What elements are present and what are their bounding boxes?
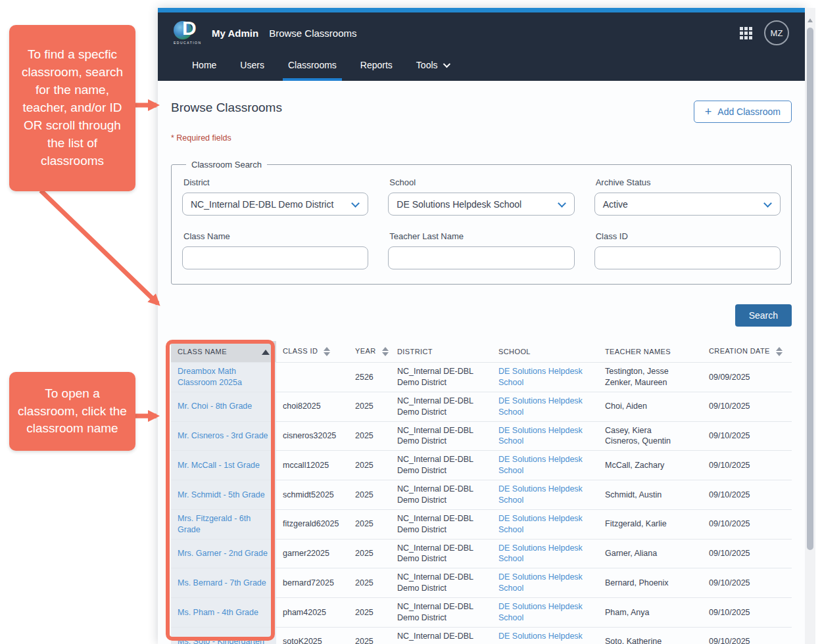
table-row: Mr. Schmidt - 5th Gradeschmidt520252025N… bbox=[171, 480, 792, 510]
school-link[interactable]: DE Solutions Helpdesk School bbox=[498, 367, 583, 387]
cell-teacher-names: Casey, KieraCisneros, Quentin bbox=[598, 421, 702, 451]
school-link[interactable]: DE Solutions Helpdesk School bbox=[498, 396, 583, 417]
teacher-name: Choi, Aiden bbox=[605, 401, 696, 412]
sort-icon[interactable] bbox=[776, 347, 783, 356]
search-button[interactable]: Search bbox=[735, 304, 792, 327]
cell-district: NC_Internal DE-DBL Demo District bbox=[391, 392, 492, 421]
cell-class-id: mccall12025 bbox=[276, 451, 349, 480]
cell-district: NC_Internal DE-DBL Demo District bbox=[391, 568, 492, 598]
table-body: Dreambox Math Classroom 2025a2526NC_Inte… bbox=[171, 363, 792, 644]
column-header-class-id[interactable]: CLASS ID bbox=[276, 341, 349, 363]
cell-school: DE Solutions Helpdesk School bbox=[492, 627, 598, 644]
school-link[interactable]: DE Solutions Helpdesk School bbox=[498, 572, 583, 593]
field-class-name: Class Name bbox=[182, 226, 368, 269]
apps-grid-icon[interactable] bbox=[740, 27, 752, 39]
sort-icon[interactable] bbox=[324, 347, 330, 356]
district-select[interactable]: NC_Internal DE-DBL Demo District bbox=[182, 193, 368, 216]
teacher-last-name-input[interactable] bbox=[388, 246, 574, 269]
chevron-down-icon bbox=[763, 199, 772, 208]
nav-tab-home[interactable]: Home bbox=[183, 53, 226, 81]
annotation-callout-search: To find a specfic classroom, search for … bbox=[9, 25, 135, 191]
column-label: DISTRICT bbox=[397, 348, 433, 356]
field-district: DistrictNC_Internal DE-DBL Demo District bbox=[182, 172, 368, 216]
cell-creation-date: 09/10/2025 bbox=[702, 598, 792, 628]
school-link[interactable]: DE Solutions Helpdesk School bbox=[498, 602, 583, 622]
user-avatar[interactable]: MZ bbox=[764, 20, 789, 45]
school-link[interactable]: DE Solutions Helpdesk School bbox=[498, 426, 583, 446]
select-value: Active bbox=[603, 199, 628, 210]
select-value: NC_Internal DE-DBL Demo District bbox=[191, 199, 333, 210]
nav-tab-users[interactable]: Users bbox=[231, 53, 274, 81]
chevron-down-icon bbox=[558, 199, 566, 208]
cell-teacher-names: Garner, Aliana bbox=[598, 539, 702, 568]
cell-class-name: Dreambox Math Classroom 2025a bbox=[171, 363, 276, 392]
school-link[interactable]: DE Solutions Helpdesk School bbox=[498, 543, 583, 564]
class-name-link[interactable]: Mr. Choi - 8th Grade bbox=[178, 402, 252, 411]
classroom-search-legend: Classroom Search bbox=[186, 160, 267, 170]
annotation-callout-open: To open a classroom, click the classroom… bbox=[9, 372, 135, 451]
class-name-link[interactable]: Ms. Bernard - 7th Grade bbox=[178, 578, 266, 587]
cell-school: DE Solutions Helpdesk School bbox=[492, 421, 598, 451]
school-select[interactable]: DE Solutions Helpdesk School bbox=[388, 193, 574, 216]
search-fields-grid: DistrictNC_Internal DE-DBL Demo District… bbox=[182, 172, 781, 269]
column-header-class-name[interactable]: CLASS NAME bbox=[171, 341, 276, 363]
nav-tab-reports[interactable]: Reports bbox=[351, 53, 402, 81]
cell-creation-date: 09/10/2025 bbox=[702, 568, 792, 598]
archive-status-select[interactable]: Active bbox=[594, 193, 781, 216]
cell-teacher-names: Pham, Anya bbox=[598, 598, 702, 628]
logo-d-letter: D bbox=[182, 17, 197, 39]
cell-class-name: Ms. Pham - 4th Grade bbox=[171, 598, 276, 628]
teacher-name: Cisneros, Quentin bbox=[605, 436, 696, 447]
column-label: CLASS ID bbox=[283, 347, 318, 355]
school-link[interactable]: DE Solutions Helpdesk School bbox=[498, 632, 583, 644]
class-name-link[interactable]: Ms. Pham - 4th Grade bbox=[178, 608, 258, 617]
discovery-education-logo[interactable]: D EDUCATION bbox=[174, 20, 203, 49]
cell-year: 2025 bbox=[349, 392, 391, 421]
chevron-down-icon bbox=[443, 60, 450, 68]
school-link[interactable]: DE Solutions Helpdesk School bbox=[498, 455, 583, 475]
vertical-scrollbar[interactable] bbox=[805, 8, 815, 644]
cell-creation-date: 09/10/2025 bbox=[702, 480, 792, 510]
scrollbar-thumb[interactable] bbox=[807, 28, 813, 550]
cell-teacher-names: Schmidt, Austin bbox=[598, 480, 702, 510]
nav-tab-classrooms[interactable]: Classrooms bbox=[279, 53, 346, 81]
school-link[interactable]: DE Solutions Helpdesk School bbox=[498, 514, 583, 534]
primary-nav-tabs: HomeUsersClassroomsReportsTools bbox=[174, 53, 789, 81]
cell-class-name: Mr. Cisneros - 3rd Grade bbox=[171, 421, 276, 451]
page: { "annotations": { "callout1": "To find … bbox=[0, 0, 820, 644]
column-header-creation-date[interactable]: CREATION DATE bbox=[702, 341, 792, 363]
class-name-link[interactable]: Dreambox Math Classroom 2025a bbox=[178, 367, 242, 387]
field-label: School bbox=[389, 177, 574, 187]
cell-year: 2025 bbox=[349, 598, 391, 628]
classrooms-table: CLASS NAMECLASS IDYEARDISTRICTSCHOOLTEAC… bbox=[171, 341, 792, 644]
school-link[interactable]: DE Solutions Helpdesk School bbox=[498, 484, 583, 505]
class-name-link[interactable]: Mrs. Fitzgerald - 6th Grade bbox=[178, 514, 251, 534]
sort-icon[interactable] bbox=[382, 347, 389, 356]
teacher-name: Testington, Jesse bbox=[605, 366, 696, 377]
class-name-input[interactable] bbox=[182, 246, 368, 269]
class-name-link[interactable]: Mr. McCall - 1st Grade bbox=[178, 461, 260, 470]
logo-education-text: EDUCATION bbox=[174, 41, 202, 45]
class-name-link[interactable]: Ms. Soto - Kindergarten bbox=[178, 637, 264, 644]
class-name-link[interactable]: Mrs. Garner - 2nd Grade bbox=[178, 549, 268, 558]
field-school: SchoolDE Solutions Helpdesk School bbox=[388, 172, 574, 216]
class-name-link[interactable]: Mr. Cisneros - 3rd Grade bbox=[178, 431, 268, 440]
class-id-input[interactable] bbox=[594, 246, 781, 269]
cell-year: 2025 bbox=[349, 421, 391, 451]
cell-year: 2025 bbox=[349, 451, 391, 480]
column-header-teacher-names: TEACHER NAMES bbox=[598, 341, 702, 363]
class-name-link[interactable]: Mr. Schmidt - 5th Grade bbox=[178, 490, 265, 499]
add-classroom-button[interactable]: + Add Classroom bbox=[694, 101, 792, 123]
column-header-year[interactable]: YEAR bbox=[349, 341, 391, 363]
column-label: CLASS NAME bbox=[178, 348, 227, 356]
cell-class-id: cisneros32025 bbox=[276, 421, 349, 451]
cell-class-name: Mrs. Fitzgerald - 6th Grade bbox=[171, 509, 276, 539]
scrollbar-up-arrow-icon[interactable] bbox=[808, 18, 813, 22]
cell-class-id: pham42025 bbox=[276, 598, 349, 628]
cell-creation-date: 09/09/2025 bbox=[702, 363, 792, 392]
sort-ascending-icon[interactable] bbox=[262, 350, 270, 355]
nav-tab-tools[interactable]: Tools bbox=[407, 53, 458, 81]
teacher-name: Schmidt, Austin bbox=[605, 490, 696, 501]
cell-district: NC_Internal DE-DBL Demo District bbox=[391, 539, 492, 568]
field-class-id: Class ID bbox=[594, 226, 781, 269]
